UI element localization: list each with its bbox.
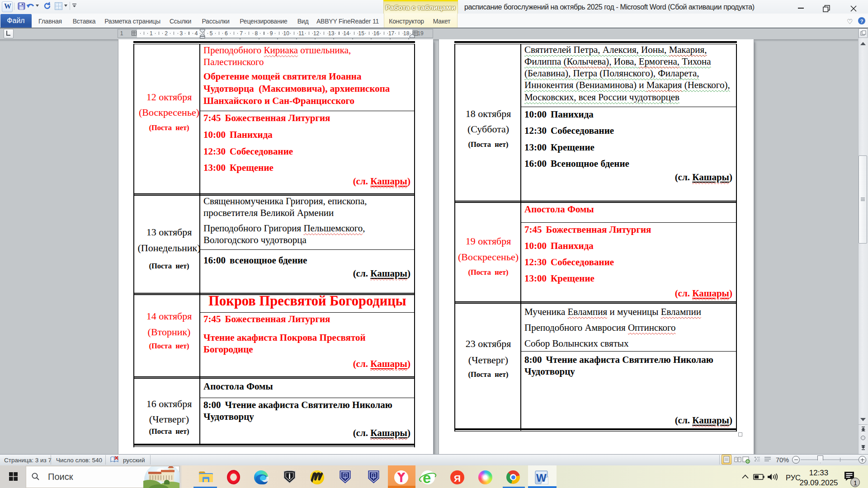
svg-text:W: W — [536, 472, 547, 484]
